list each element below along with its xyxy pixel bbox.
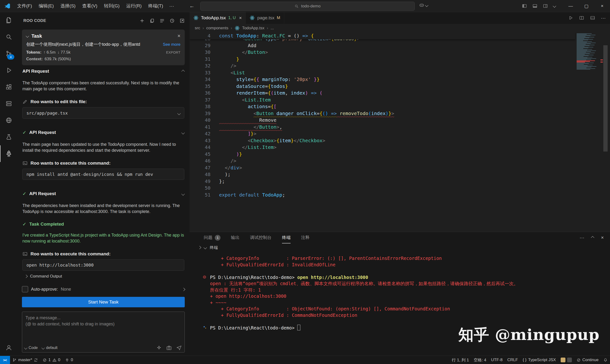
auto-approve-checkbox[interactable]	[22, 286, 28, 292]
encoding-status[interactable]: UTF-8	[489, 356, 505, 364]
code-line[interactable]: 31 }	[189, 56, 575, 63]
sync-icon[interactable]	[34, 358, 38, 362]
menu-item[interactable]: 运行(R)	[123, 2, 145, 10]
code-line[interactable]: 40 Remove	[189, 117, 575, 124]
maximize-button[interactable]: ▢	[579, 0, 594, 12]
menu-overflow-icon[interactable]: ···	[166, 3, 177, 9]
eol-status[interactable]: CRLF	[505, 356, 520, 364]
mode-dropdown[interactable]: Code	[25, 346, 38, 350]
terminal-group-header[interactable]: 终端	[189, 243, 610, 252]
panel-tab[interactable]: 调试控制台	[250, 232, 272, 243]
indentation-status[interactable]: 空格: 4	[471, 356, 489, 364]
continue-status[interactable]: Continue	[574, 356, 601, 364]
terminal-output[interactable]: + CategoryInfo : ParserError: (:) [], Pa…	[189, 252, 610, 331]
code-line[interactable]: 45 )}	[189, 151, 575, 158]
list-icon[interactable]	[159, 18, 165, 24]
panel-maximize-icon[interactable]	[591, 236, 594, 239]
copilot-menu[interactable]	[419, 2, 428, 8]
profile-dropdown[interactable]: default	[42, 346, 57, 350]
code-line[interactable]: 47 </div>	[189, 164, 575, 171]
cursor-position[interactable]: 行 1, 列 1	[449, 356, 471, 364]
panel-more-icon[interactable]: ···	[580, 235, 584, 240]
close-button[interactable]: ×	[594, 0, 610, 12]
start-new-task-button[interactable]: Start New Task	[22, 297, 185, 307]
collapse-icon[interactable]	[182, 191, 184, 196]
remote-indicator[interactable]: ><	[0, 356, 10, 364]
collapse-icon[interactable]	[182, 130, 184, 135]
notifications-status[interactable]	[601, 356, 610, 364]
activity-explorer[interactable]	[0, 12, 17, 29]
menu-item[interactable]: 转到(G)	[101, 2, 123, 10]
panel-tab[interactable]: 问题1	[204, 232, 221, 243]
code-line[interactable]: 46 />	[189, 157, 575, 164]
language-status[interactable]: { }TypeScript JSX	[520, 356, 558, 364]
customize-layout-icon[interactable]	[553, 4, 556, 8]
collapse-icon[interactable]	[182, 69, 184, 74]
search-command-center[interactable]: todo-demo	[200, 2, 415, 11]
camera-icon[interactable]	[166, 345, 172, 351]
code-line[interactable]: 36 renderItem={(item, index) => (	[189, 90, 575, 96]
code-line[interactable]: 38 actions={[	[189, 103, 575, 110]
breadcrumb-item[interactable]: ...	[271, 26, 274, 30]
activity-live-share[interactable]	[0, 112, 17, 129]
menu-item[interactable]: 选择(S)	[57, 2, 79, 10]
see-more-link[interactable]: See more	[163, 42, 180, 47]
panel-tab[interactable]: 终端	[282, 232, 291, 243]
command-output-row[interactable]: Command Output	[22, 274, 184, 279]
enhance-prompt-icon[interactable]	[156, 345, 162, 351]
editor-layout-icon[interactable]	[590, 15, 595, 21]
problems-status[interactable]: 1 0	[40, 356, 63, 364]
ports-status[interactable]: 0	[63, 356, 75, 364]
editor-tab[interactable]: TodoApp.tsx1, U×	[189, 12, 246, 24]
activity-search[interactable]	[0, 29, 17, 45]
new-task-icon[interactable]	[139, 18, 145, 24]
open-in-editor-icon[interactable]	[179, 18, 185, 24]
code-line[interactable]: 39 <Button danger onClick={() => removeT…	[189, 110, 575, 117]
panel-tab[interactable]: 注释	[301, 232, 310, 243]
export-button[interactable]: EXPORT	[166, 51, 180, 54]
menu-item[interactable]: 终端(T)	[145, 2, 166, 10]
scrollbar-thumb[interactable]	[603, 45, 608, 152]
code-line[interactable]: 48 );	[189, 171, 575, 178]
extension-status-icon[interactable]	[558, 356, 574, 364]
code-line[interactable]: 43 <Checkbox>{item}</Checkbox>	[189, 137, 575, 144]
minimize-button[interactable]: —	[563, 0, 579, 12]
command-box[interactable]: npm install antd @ant-design/icons && np…	[22, 169, 184, 180]
code-line[interactable]: 30 </Button>	[189, 49, 575, 56]
message-composer[interactable]: Type a message... (@ to add context, hol…	[22, 312, 185, 352]
file-dropdown[interactable]: src/app/page.tsx	[22, 107, 184, 119]
menu-item[interactable]: 编辑(E)	[35, 2, 57, 10]
activity-extensions[interactable]	[0, 78, 17, 95]
code-line[interactable]: 49};	[189, 178, 575, 185]
tab-close-icon[interactable]: ×	[239, 15, 242, 21]
activity-run-debug[interactable]	[0, 62, 17, 78]
api-request-header[interactable]: ✓API Request	[22, 191, 184, 196]
code-line[interactable]: 33 <List	[189, 69, 575, 76]
breadcrumb-item[interactable]: components	[206, 26, 228, 30]
send-icon[interactable]	[176, 345, 182, 351]
activity-source-control[interactable]: 4	[0, 45, 17, 62]
split-editor-icon[interactable]	[579, 15, 584, 21]
code-line[interactable]: 32 />	[189, 62, 575, 69]
toggle-secondary-sidebar-icon[interactable]	[543, 3, 548, 9]
panel-close-icon[interactable]: ×	[601, 235, 604, 240]
code-line[interactable]: 29 Add	[189, 42, 575, 49]
command-box[interactable]: open http://localhost:3000	[22, 260, 184, 271]
api-request-header[interactable]: ✓API Request	[22, 130, 184, 135]
code-line[interactable]: 41 </Button>,	[189, 124, 575, 130]
menu-item[interactable]: 查看(V)	[79, 2, 101, 10]
toggle-panel-icon[interactable]	[532, 3, 538, 9]
run-file-icon[interactable]	[568, 15, 573, 21]
code-line[interactable]: 44 </List.Item>	[189, 144, 575, 151]
code-line[interactable]: 34 style={{ marginTop: '20px' }}	[189, 76, 575, 83]
auto-approve-row[interactable]: Auto-approve: None	[22, 285, 185, 294]
more-actions-icon[interactable]: ···	[601, 15, 606, 21]
activity-account[interactable]	[0, 339, 17, 356]
code-line[interactable]: 51export default TodoApp;	[189, 192, 575, 198]
minimap[interactable]	[575, 33, 600, 70]
pages-icon[interactable]	[149, 18, 155, 24]
editor-tab[interactable]: page.tsxM	[246, 12, 284, 24]
code-line[interactable]: 37 <List.Item	[189, 96, 575, 104]
activity-roo-code[interactable]	[0, 145, 17, 162]
activity-testing[interactable]	[0, 129, 17, 145]
